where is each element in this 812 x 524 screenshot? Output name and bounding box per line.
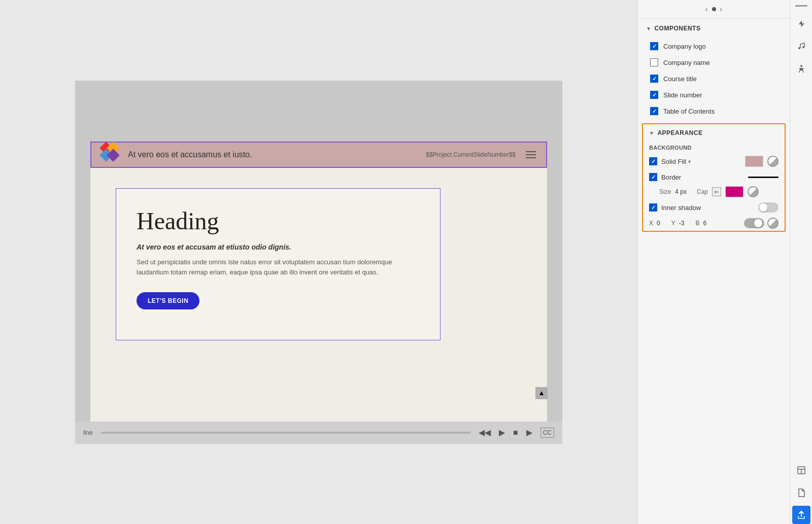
document-toolbar-icon[interactable] [792, 483, 810, 502]
solid-fill-text: Solid Fill [661, 158, 686, 165]
lightning-toolbar-icon[interactable] [792, 15, 810, 33]
hamburger-menu-button[interactable] [524, 149, 538, 160]
solid-fill-opacity[interactable] [767, 156, 779, 167]
b-coord-group: B 6 [695, 220, 706, 227]
slide-number-label: Slide number [663, 91, 702, 99]
svg-point-0 [798, 47, 800, 49]
hamburger-line-1 [526, 151, 536, 152]
appearance-section: ▼ APPEARANCE BACKGROUND Solid Fill ▾ Bor… [642, 123, 786, 232]
component-course-title: Course title [638, 71, 790, 87]
lets-begin-button[interactable]: LET'S BEGIN [137, 292, 199, 309]
solid-fill-checkbox[interactable] [649, 157, 657, 165]
appearance-section-header[interactable]: ▼ APPEARANCE [643, 124, 785, 142]
hamburger-line-2 [526, 154, 536, 155]
appearance-chevron: ▼ [649, 130, 654, 136]
x-value: 0 [657, 220, 660, 227]
toggle-knob [759, 203, 767, 212]
content-subheading: At vero eos et accusam at etiusto odio d… [137, 243, 420, 251]
y-value: -3 [679, 220, 685, 227]
table-of-contents-label: Table of Contents [663, 108, 715, 115]
slide-number-checkbox[interactable] [650, 91, 658, 99]
panel-nav: ‹ › [638, 0, 790, 19]
content-card: Heading At vero eos et accusam at etiust… [116, 188, 441, 340]
inner-shadow-label: Inner shadow [661, 204, 754, 212]
prev-frame-button[interactable]: ◀◀ [479, 428, 491, 437]
shadow-opacity[interactable] [767, 218, 779, 229]
company-name-label: Company name [663, 59, 710, 66]
top-separator [795, 5, 807, 7]
right-properties-panel: ‹ › ▼ COMPONENTS Company logo Company na… [637, 0, 790, 524]
company-logo-checkbox[interactable] [650, 42, 658, 50]
size-value: 4 px [675, 188, 687, 195]
company-name-checkbox[interactable] [650, 58, 658, 66]
appearance-label: APPEARANCE [657, 129, 702, 136]
right-toolbar [790, 0, 812, 524]
y-coord-group: Y -3 [671, 220, 685, 227]
slide-header: At vero eos et accusamus et iusto. $$Pro… [90, 142, 547, 168]
size-cap-row: Size 4 px Cap ⊢ [643, 184, 785, 199]
inner-shadow-toggle[interactable] [758, 202, 779, 213]
panel-nav-dot [712, 7, 716, 11]
inner-shadow-row: Inner shadow [643, 199, 785, 216]
canvas-container: At vero eos et accusamus et iusto. $$Pro… [75, 81, 562, 444]
inner-shadow-checkbox[interactable] [649, 203, 657, 212]
b-toggle[interactable] [744, 218, 764, 228]
component-slide-number: Slide number [638, 87, 790, 103]
solid-fill-label: Solid Fill ▾ [661, 158, 741, 165]
cap-label: Cap [697, 188, 708, 195]
b-label: B [695, 220, 699, 227]
cap-icon[interactable]: ⊢ [712, 187, 721, 196]
components-label: COMPONENTS [654, 25, 700, 32]
timeline-label: line [83, 429, 93, 436]
course-title-label: Course title [663, 75, 697, 83]
step-forward-button[interactable]: ▶ [499, 428, 505, 437]
slide-preview: At vero eos et accusamus et iusto. $$Pro… [90, 142, 547, 422]
border-checkbox[interactable] [649, 173, 657, 181]
progress-bar[interactable] [101, 432, 470, 434]
component-company-name: Company name [638, 54, 790, 71]
content-body-text: Sed ut perspiciatis unde omnis iste natu… [137, 257, 420, 278]
company-logo [99, 144, 122, 166]
solid-fill-dropdown-arrow[interactable]: ▾ [688, 159, 691, 164]
components-section-header[interactable]: ▼ COMPONENTS [638, 19, 790, 38]
b-value: 6 [703, 220, 706, 227]
share-button[interactable] [792, 506, 810, 524]
content-heading: Heading [137, 207, 420, 235]
captions-button[interactable]: CC [540, 428, 554, 438]
border-row: Border [643, 170, 785, 184]
slide-header-text: At vero eos et accusamus et iusto. [128, 150, 426, 159]
border-label: Border [661, 173, 744, 181]
b-toggle-knob [754, 219, 762, 227]
border-preview [748, 177, 779, 178]
solid-fill-row: Solid Fill ▾ [643, 153, 785, 170]
x-coord-group: X 0 [649, 220, 660, 227]
company-logo-label: Company logo [663, 43, 706, 50]
music-toolbar-icon[interactable] [792, 37, 810, 55]
solid-fill-color-swatch[interactable] [745, 156, 763, 167]
svg-point-1 [802, 46, 804, 48]
slide-number-variable: $$Project.CurrentSlideNumber$$ [426, 151, 516, 158]
y-label: Y [671, 220, 675, 227]
component-table-of-contents: Table of Contents [638, 103, 790, 119]
hamburger-line-3 [526, 157, 536, 158]
play-button[interactable]: ▶ [526, 428, 532, 437]
main-canvas-area: At vero eos et accusamus et iusto. $$Pro… [0, 0, 637, 524]
border-color-swatch[interactable] [725, 186, 743, 197]
size-label: Size [659, 188, 671, 195]
border-opacity[interactable] [748, 186, 759, 197]
x-label: X [649, 220, 653, 227]
slide-body: Heading At vero eos et accusam at etiust… [90, 168, 547, 422]
scroll-up-button[interactable]: ▲ [535, 387, 548, 399]
panel-nav-prev[interactable]: ‹ [705, 5, 708, 13]
bottom-playback-controls: line ◀◀ ▶ ■ ▶ CC [75, 422, 562, 444]
svg-point-2 [800, 65, 802, 67]
background-label: BACKGROUND [643, 142, 785, 153]
stop-button[interactable]: ■ [513, 428, 518, 437]
figure-toolbar-icon[interactable] [792, 59, 810, 78]
layout-toolbar-icon[interactable] [792, 461, 810, 479]
course-title-checkbox[interactable] [650, 75, 658, 83]
table-of-contents-checkbox[interactable] [650, 107, 658, 115]
panel-nav-next[interactable]: › [720, 5, 723, 13]
components-chevron: ▼ [646, 26, 651, 31]
xyz-coordinates-row: X 0 Y -3 B 6 [643, 216, 785, 231]
